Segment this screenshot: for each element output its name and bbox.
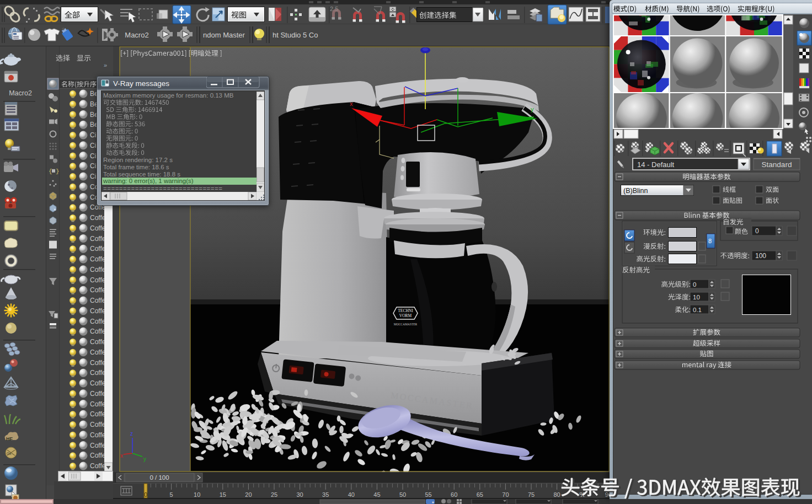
svg-text:10: 10 [693, 294, 700, 301]
svg-text:15: 15 [220, 491, 226, 498]
svg-text:Coffe: Coffe [90, 431, 106, 439]
svg-text:Ci: Ci [90, 152, 96, 160]
svg-text:30: 30 [296, 491, 303, 498]
svg-text:45: 45 [373, 491, 380, 498]
svg-text:8: 8 [708, 238, 712, 244]
svg-text:ndom Master: ndom Master [203, 31, 245, 39]
svg-text:14 - Default: 14 - Default [637, 160, 675, 169]
svg-text:Macro2: Macro2 [9, 89, 32, 97]
svg-text:Coffe: Coffe [90, 452, 106, 459]
svg-text:75: 75 [528, 491, 535, 498]
svg-text:Coffe: Coffe [90, 369, 106, 377]
svg-text:100: 100 [755, 252, 766, 260]
svg-text:0x: 0x [7, 451, 11, 456]
svg-text:Coffe: Coffe [90, 214, 106, 222]
svg-text:Coffe: Coffe [90, 286, 106, 294]
svg-text:25: 25 [271, 491, 277, 498]
svg-text:Coffe: Coffe [90, 379, 106, 387]
svg-text:Coffe: Coffe [90, 338, 106, 346]
svg-text:ht Studio 5 Co: ht Studio 5 Co [273, 31, 318, 39]
svg-text:x: x [120, 453, 123, 459]
svg-text:TECHNI: TECHNI [398, 308, 413, 313]
svg-text:Coffe: Coffe [90, 245, 106, 253]
svg-text:0.1: 0.1 [693, 307, 702, 313]
svg-text:Ci: Ci [90, 142, 96, 149]
svg-text:Coffe: Coffe [90, 235, 106, 243]
svg-text:Macro2: Macro2 [125, 31, 148, 39]
svg-text:Ci: Ci [90, 173, 96, 180]
svg-text:90: 90 [605, 491, 610, 498]
svg-text:Standard: Standard [762, 160, 792, 169]
svg-text:Coffe: Coffe [90, 442, 106, 449]
svg-text:z: z [130, 431, 133, 437]
svg-text:Coffe: Coffe [90, 359, 106, 367]
svg-text:2.5: 2.5 [330, 6, 338, 12]
svg-text:MOCCAMASTER: MOCCAMASTER [394, 323, 418, 326]
svg-text:Coffe: Coffe [90, 255, 106, 263]
svg-text:70: 70 [502, 491, 509, 498]
svg-text:Coffe: Coffe [90, 410, 106, 418]
svg-text:{: { [49, 168, 52, 175]
svg-text:Coffe: Coffe [90, 348, 106, 356]
svg-text:(B)Blinn: (B)Blinn [623, 187, 648, 195]
svg-text:0: 0 [693, 281, 696, 288]
svg-text:0: 0 [755, 227, 759, 235]
svg-text:60: 60 [451, 491, 457, 498]
svg-text:Coffe: Coffe [90, 328, 106, 335]
svg-text:5: 5 [170, 491, 173, 498]
svg-text:Ci: Ci [90, 162, 96, 170]
svg-text:Coffe: Coffe [90, 297, 106, 304]
svg-text:y: y [531, 106, 534, 112]
svg-text:}: } [56, 168, 60, 175]
svg-text:65: 65 [477, 491, 483, 498]
svg-text:x: x [350, 100, 353, 107]
svg-text:VORM: VORM [399, 313, 412, 318]
svg-text:Coffe: Coffe [90, 318, 106, 325]
svg-text:Coffe: Coffe [90, 266, 106, 274]
svg-text:HF: HF [6, 436, 13, 442]
svg-text:10: 10 [194, 491, 200, 498]
svg-text:85: 85 [579, 491, 586, 498]
svg-text:0 / 100: 0 / 100 [149, 474, 169, 481]
svg-text:0: 0 [144, 491, 147, 498]
svg-text:Coffe: Coffe [90, 390, 106, 398]
svg-text:55: 55 [425, 491, 431, 498]
svg-text:35: 35 [322, 491, 329, 498]
svg-text:Coffe: Coffe [90, 276, 106, 284]
svg-text:Coffe: Coffe [90, 421, 106, 428]
svg-text:50: 50 [399, 491, 406, 498]
svg-text:Coffe: Coffe [90, 307, 106, 315]
svg-text:V-Ray messages: V-Ray messages [113, 79, 169, 88]
svg-text:y: y [143, 456, 146, 462]
svg-text:Coffe: Coffe [90, 400, 106, 408]
svg-text:20: 20 [245, 491, 252, 498]
svg-text:Coffe: Coffe [90, 462, 106, 470]
svg-text:40: 40 [348, 491, 355, 498]
svg-text:Ci: Ci [90, 131, 96, 139]
svg-text:80: 80 [553, 491, 560, 498]
svg-text:Coffe: Coffe [90, 224, 106, 232]
